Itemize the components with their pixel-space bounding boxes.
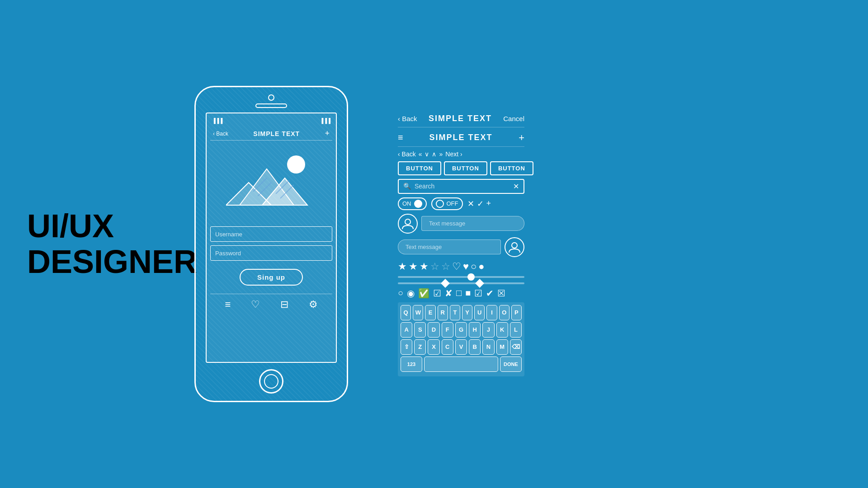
key-a[interactable]: A [401, 322, 412, 338]
circle-x[interactable]: ✘ [445, 288, 453, 299]
key-j[interactable]: J [482, 322, 494, 338]
checkbox-filled[interactable]: ■ [465, 288, 471, 298]
phone-menu-icon[interactable]: ≡ [225, 299, 231, 310]
key-h[interactable]: H [469, 322, 481, 338]
phone-battery: ▐▐▐ [320, 118, 330, 123]
phone-title: SIMPLE TEXT [253, 130, 300, 137]
chat-bubble-empty-icon[interactable]: ○ [471, 261, 476, 272]
search-clear-icon[interactable]: ✕ [513, 182, 519, 191]
key-numbers[interactable]: 123 [401, 357, 422, 372]
key-v[interactable]: V [455, 339, 467, 355]
nav-prev-prev[interactable]: « [419, 150, 422, 158]
search-input[interactable] [415, 183, 509, 190]
star-filled-2[interactable]: ★ [409, 261, 418, 272]
ui-button-3[interactable]: BUTTON [490, 161, 533, 175]
second-nav-title: SIMPLE TEXT [429, 133, 492, 142]
key-q[interactable]: Q [401, 305, 411, 320]
toggle-off[interactable]: OFF [431, 197, 463, 210]
phone-signup-button[interactable]: Sing up [240, 269, 303, 286]
svg-point-8 [405, 219, 410, 225]
chat-bubble-outgoing: Text message [398, 239, 501, 254]
key-w[interactable]: W [413, 305, 423, 320]
key-x[interactable]: X [428, 339, 439, 355]
avatar-left [398, 214, 418, 234]
key-done[interactable]: DONE [500, 357, 522, 372]
top-nav-cancel[interactable]: Cancel [503, 115, 524, 122]
top-nav-back[interactable]: ‹ Back [398, 115, 417, 122]
slider-thumb-1[interactable] [467, 273, 475, 281]
key-p[interactable]: P [511, 305, 522, 320]
star-empty-2[interactable]: ☆ [441, 261, 450, 272]
key-t[interactable]: T [450, 305, 460, 320]
key-d[interactable]: D [428, 322, 439, 338]
key-f[interactable]: F [442, 322, 453, 338]
phone-top-bar [196, 87, 347, 108]
key-o[interactable]: O [499, 305, 509, 320]
circle-check[interactable]: ✅ [418, 288, 429, 299]
key-u[interactable]: U [474, 305, 485, 320]
slider-track-2 [398, 282, 524, 284]
checkbox-x[interactable]: ☒ [497, 288, 505, 299]
phone-list-icon[interactable]: ⊟ [280, 299, 288, 310]
nav-next-btn[interactable]: Next › [445, 150, 462, 158]
circle-check-2[interactable]: ☑ [433, 288, 441, 299]
mountain-illustration [226, 151, 316, 214]
key-space[interactable] [424, 357, 498, 372]
key-k[interactable]: K [496, 322, 508, 338]
checkbox-empty[interactable]: □ [456, 288, 462, 298]
phone-bottom-nav: ≡ ♡ ⊟ ⚙ [210, 294, 332, 312]
heart-empty-icon[interactable]: ♡ [452, 261, 461, 272]
checkbox-check-2[interactable]: ✔ [486, 288, 494, 299]
phone-home-button[interactable] [259, 369, 283, 394]
star-filled-3[interactable]: ★ [420, 261, 429, 272]
ui-kit-panel: ‹ Back SIMPLE TEXT Cancel ≡ SIMPLE TEXT … [384, 103, 538, 385]
second-nav-plus[interactable]: + [519, 132, 524, 144]
key-backspace[interactable]: ⌫ [510, 339, 522, 355]
key-i[interactable]: I [486, 305, 497, 320]
phone-settings-icon[interactable]: ⚙ [309, 299, 318, 310]
phone-plus-btn[interactable]: + [325, 129, 330, 138]
second-nav-bar: ≡ SIMPLE TEXT + [398, 129, 524, 147]
star-filled-1[interactable]: ★ [398, 261, 407, 272]
plus-icon[interactable]: + [486, 199, 491, 208]
hero-line1: UI/UX [27, 208, 172, 244]
key-l[interactable]: L [510, 322, 522, 338]
radio-empty[interactable]: ○ [398, 288, 403, 298]
star-empty-1[interactable]: ☆ [430, 261, 439, 272]
key-g[interactable]: G [455, 322, 467, 338]
nav-next-next[interactable]: » [439, 150, 443, 158]
toggle-on[interactable]: ON [398, 197, 427, 210]
key-n[interactable]: N [482, 339, 494, 355]
hamburger-icon[interactable]: ≡ [398, 132, 403, 143]
close-icon[interactable]: ✕ [467, 199, 474, 209]
nav-up[interactable]: ∧ [432, 150, 436, 158]
key-s[interactable]: S [414, 322, 426, 338]
heart-filled-icon[interactable]: ♥ [463, 261, 469, 272]
chat-bubble-filled-icon[interactable]: ● [478, 261, 484, 272]
phone-heart-icon[interactable]: ♡ [251, 299, 260, 310]
check-icon[interactable]: ✓ [477, 199, 484, 209]
key-b[interactable]: B [469, 339, 481, 355]
radio-filled[interactable]: ◉ [407, 288, 415, 299]
toggle-row: ON OFF ✕ ✓ + [398, 196, 524, 212]
key-z[interactable]: Z [414, 339, 426, 355]
phone-mockup: ▐▐▐ ▐▐▐ ‹ Back SIMPLE TEXT + [185, 86, 357, 402]
key-shift[interactable]: ⇧ [401, 339, 412, 355]
nav-down[interactable]: ∨ [425, 150, 429, 158]
key-m[interactable]: M [496, 339, 508, 355]
ui-button-1[interactable]: BUTTON [398, 161, 441, 175]
key-r[interactable]: R [438, 305, 448, 320]
phone-username-field[interactable]: Username [210, 226, 332, 242]
search-bar[interactable]: 🔍 ✕ [398, 179, 524, 194]
toggle-off-thumb [436, 200, 444, 208]
key-y[interactable]: Y [462, 305, 472, 320]
checkbox-check[interactable]: ☑ [474, 288, 482, 299]
keyboard-row-2: A S D F G H J K L [401, 322, 522, 338]
phone-password-field[interactable]: Password [210, 245, 332, 261]
key-c[interactable]: C [442, 339, 453, 355]
phone-back-btn[interactable]: ‹ Back [213, 131, 228, 137]
ui-button-2[interactable]: BUTTON [444, 161, 487, 175]
key-e[interactable]: E [425, 305, 435, 320]
phone-camera [268, 94, 274, 101]
nav-back-btn[interactable]: ‹ Back [398, 150, 416, 158]
